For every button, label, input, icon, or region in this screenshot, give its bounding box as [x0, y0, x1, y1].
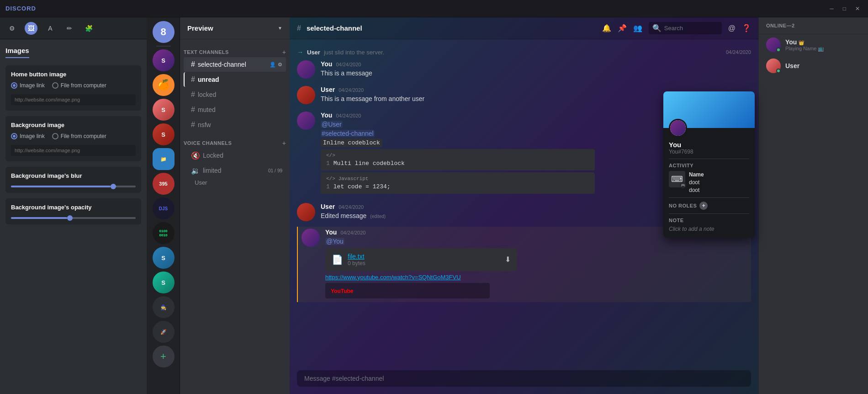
- search-input[interactable]: [664, 25, 710, 32]
- text-toolbar-icon[interactable]: A: [44, 22, 57, 35]
- server-icon-s4[interactable]: S: [153, 123, 175, 145]
- server-name-header[interactable]: Preview ▼: [180, 17, 290, 39]
- server-icon-s3[interactable]: S: [153, 99, 175, 121]
- search-box[interactable]: 🔍: [649, 22, 722, 34]
- voice-count-max: 99: [277, 168, 282, 173]
- text-channels-category: TEXT CHANNELS +: [180, 47, 290, 57]
- brush-toolbar-icon[interactable]: ✏: [63, 22, 76, 35]
- add-voice-channel-button[interactable]: +: [282, 139, 286, 147]
- settings-panel: ⚙ 🖼 A ✏ 🧩 Images Home button image Image…: [0, 17, 147, 394]
- voice-count-current: 01: [268, 168, 273, 173]
- chat-header-hash-icon: #: [297, 24, 301, 32]
- mention-channel[interactable]: #selected-channel: [321, 130, 375, 137]
- home-image-link-radio[interactable]: [11, 82, 17, 89]
- settings-icon[interactable]: ⚙: [278, 62, 282, 68]
- text-channels-label[interactable]: TEXT CHANNELS: [184, 49, 229, 55]
- background-url-input[interactable]: [11, 145, 136, 156]
- message-you-3: You 04/24/2020 @You 📄 file.txt 0 bytes ⬇: [297, 227, 751, 302]
- close-button[interactable]: ✕: [852, 5, 863, 12]
- bg-image-link-option[interactable]: Image link: [11, 133, 45, 139]
- maximize-button[interactable]: □: [840, 5, 849, 12]
- channel-actions: 👤 ⚙: [270, 62, 282, 68]
- hash-icon: #: [191, 106, 195, 114]
- voice-channel-limited[interactable]: 🔉 limited 01 / 99: [184, 163, 286, 178]
- hash-icon: #: [191, 121, 195, 129]
- channel-name: limited: [203, 167, 221, 174]
- bg-image-link-radio[interactable]: [11, 133, 17, 139]
- member-name-you: You 👑: [785, 38, 824, 46]
- member-avatar-you: [766, 37, 781, 52]
- voice-channels-label[interactable]: VOICE CHANNELS: [184, 140, 232, 146]
- bg-file-radio[interactable]: [52, 133, 58, 139]
- home-file-radio[interactable]: [52, 82, 58, 89]
- chat-header-icons: 🔔 📌 👥 🔍 @ ❓: [602, 22, 751, 34]
- youtube-url[interactable]: https://www.youtube.com/watch?v=SQNtGoM3…: [325, 274, 461, 281]
- help-icon[interactable]: ❓: [742, 24, 751, 32]
- profile-body: You You#7698 ACTIVITY ⌨ 🎮 Name doot doot…: [663, 128, 755, 238]
- home-image-link-option[interactable]: Image link: [11, 82, 45, 89]
- add-user-icon[interactable]: 👤: [270, 62, 276, 68]
- home-file-option[interactable]: File from computer: [52, 82, 106, 89]
- message-content: You 04/24/2020 This is a message: [321, 60, 751, 79]
- bg-file-option[interactable]: File from computer: [52, 133, 106, 139]
- server-icon-395[interactable]: 395: [153, 173, 175, 195]
- server-icon-folder[interactable]: 📁: [153, 148, 175, 170]
- download-button[interactable]: ⬇: [505, 255, 511, 264]
- system-message: → User just slid into the server. 04/24/…: [297, 47, 751, 58]
- message-author: User: [321, 86, 335, 93]
- member-item-you[interactable]: You 👑 Playing Name 📺: [761, 35, 866, 55]
- search-icon: 🔍: [652, 24, 662, 32]
- server-icon-8[interactable]: 8: [153, 21, 175, 43]
- channel-item-selected-channel[interactable]: # selected-channel 👤 ⚙: [184, 57, 286, 72]
- opacity-fill: [11, 217, 67, 219]
- puzzle-toolbar-icon[interactable]: 🧩: [82, 22, 95, 35]
- server-list: 8 S 🍊 S S 📁 395 DJS 01000010 S S 🧙 �: [147, 17, 180, 394]
- server-icon-rocket[interactable]: 🚀: [153, 321, 175, 343]
- channel-item-nsfw[interactable]: # nsfw: [184, 117, 286, 132]
- chat-input[interactable]: [297, 370, 751, 387]
- server-icon-orange[interactable]: 🍊: [153, 74, 175, 96]
- stream-icon: 📺: [818, 46, 824, 52]
- file-name[interactable]: file.txt: [348, 253, 365, 260]
- add-role-button[interactable]: +: [699, 202, 708, 210]
- channel-item-muted[interactable]: # muted: [184, 102, 286, 117]
- member-item-user[interactable]: User: [761, 56, 866, 76]
- avatar-you: [297, 60, 315, 79]
- minimize-button[interactable]: ─: [827, 5, 836, 12]
- mention-icon[interactable]: @: [728, 24, 736, 32]
- server-icon-binary[interactable]: 01000010: [153, 222, 175, 244]
- mention-self[interactable]: @You: [325, 238, 344, 245]
- image-toolbar-icon[interactable]: 🖼: [25, 22, 37, 35]
- home-button-url-input[interactable]: [11, 94, 136, 105]
- add-text-channel-button[interactable]: +: [282, 48, 286, 56]
- opacity-track: [11, 217, 136, 219]
- members-icon[interactable]: 👥: [633, 24, 642, 32]
- channel-item-locked[interactable]: # locked: [184, 87, 286, 102]
- server-icon-s5[interactable]: S: [153, 247, 175, 269]
- voice-channel-locked[interactable]: 🔇 Locked: [184, 148, 286, 163]
- add-server-button[interactable]: +: [153, 346, 175, 367]
- voice-channels-category: VOICE CHANNELS +: [180, 138, 290, 148]
- pin-icon[interactable]: 📌: [618, 24, 627, 32]
- note-input[interactable]: Click to add a note: [669, 226, 749, 232]
- bell-icon[interactable]: 🔔: [602, 24, 611, 32]
- profile-name: You: [669, 141, 749, 149]
- server-icon-djs[interactable]: DJS: [153, 197, 175, 219]
- blur-thumb[interactable]: [111, 184, 116, 189]
- server-icon-wizard[interactable]: 🧙: [153, 296, 175, 318]
- gear-toolbar-icon[interactable]: ⚙: [5, 22, 18, 35]
- edited-tag: (edited): [370, 214, 386, 219]
- avatar-you: [297, 112, 315, 130]
- opacity-slider-group: Background image's opacity: [5, 198, 141, 224]
- youtube-label: YouTube: [331, 288, 354, 294]
- message-you-1: You 04/24/2020 This is a message: [297, 59, 751, 80]
- mention-user[interactable]: @User: [321, 121, 343, 128]
- note-section: NOTE Click to add a note: [669, 218, 749, 232]
- chevron-down-icon: ▼: [278, 26, 282, 31]
- server-icon-s6[interactable]: S: [153, 272, 175, 293]
- channel-name: nsfw: [198, 121, 211, 128]
- profile-divider: [669, 159, 749, 159]
- opacity-thumb[interactable]: [67, 215, 73, 221]
- channel-item-unread[interactable]: # unread: [184, 72, 286, 87]
- server-icon-s1[interactable]: S: [153, 49, 175, 71]
